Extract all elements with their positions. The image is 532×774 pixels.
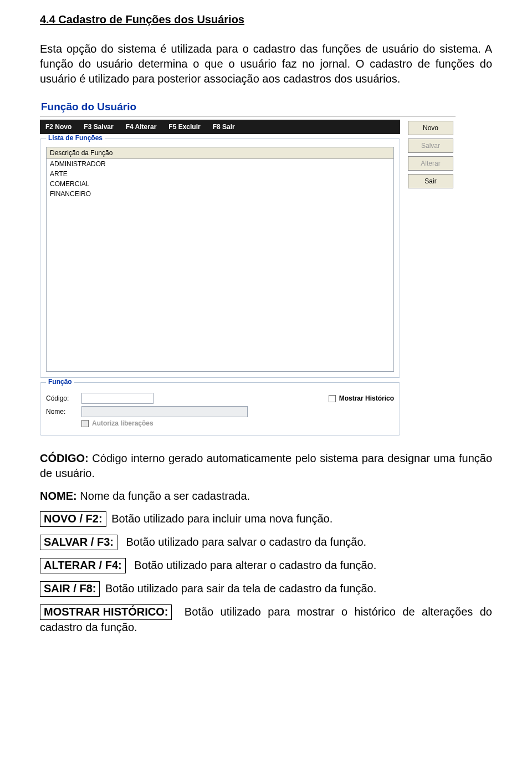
desc-mostrar-box: MOSTRAR HISTÓRICO: bbox=[40, 604, 172, 620]
mostrar-historico-label: Mostrar Histórico bbox=[339, 394, 394, 402]
checkbox-icon[interactable] bbox=[329, 395, 336, 402]
desc-codigo: CÓDIGO: Código interno gerado automatica… bbox=[40, 451, 492, 481]
desc-sair: SAIR / F8: Botão utilizado para sair da … bbox=[40, 581, 492, 597]
desc-salvar-box: SALVAR / F3: bbox=[40, 535, 117, 550]
desc-alterar: ALTERAR / F4: Botão utilizado para alter… bbox=[40, 558, 492, 573]
codigo-row: Código: Mostrar Histórico bbox=[46, 393, 394, 404]
sair-button[interactable]: Sair bbox=[408, 174, 453, 188]
descriptions: CÓDIGO: Código interno gerado automatica… bbox=[40, 451, 492, 635]
desc-nome-label: NOME: bbox=[40, 490, 77, 502]
checkbox-icon bbox=[81, 420, 89, 427]
nome-row: Nome: bbox=[46, 406, 394, 417]
desc-novo-box: NOVO / F2: bbox=[40, 511, 106, 527]
autoriza-row: Autoriza liberações bbox=[46, 419, 394, 427]
desc-salvar-text: Botão utilizado para salvar o cadastro d… bbox=[126, 536, 367, 548]
autoriza-label: Autoriza liberações bbox=[92, 419, 154, 427]
funcao-group: Função Código: Mostrar Histórico Nome: bbox=[40, 382, 400, 435]
shortcut-f8[interactable]: F8 Sair bbox=[213, 123, 235, 131]
app-window: Função do Usuário F2 Novo F3 Salvar F4 A… bbox=[40, 100, 456, 435]
salvar-button[interactable]: Salvar bbox=[408, 139, 453, 153]
desc-salvar: SALVAR / F3: Botão utilizado para salvar… bbox=[40, 535, 492, 550]
shortcut-f5[interactable]: F5 Excluir bbox=[168, 123, 200, 131]
desc-alterar-box: ALTERAR / F4: bbox=[40, 558, 126, 573]
list-item[interactable]: FINANCEIRO bbox=[47, 189, 393, 199]
mostrar-historico-row[interactable]: Mostrar Histórico bbox=[329, 394, 394, 402]
title-underline bbox=[40, 116, 456, 117]
funcoes-list-rows: ADMINISTRADOR ARTE COMERCIAL FINANCEIRO bbox=[47, 159, 393, 199]
shortcut-toolbar: F2 Novo F3 Salvar F4 Alterar F5 Excluir … bbox=[40, 120, 400, 134]
section-title: 4.4 Cadastro de Funções dos Usuários bbox=[40, 13, 492, 26]
desc-sair-box: SAIR / F8: bbox=[40, 581, 100, 597]
funcao-legend: Função bbox=[46, 378, 74, 386]
app-body: F2 Novo F3 Salvar F4 Alterar F5 Excluir … bbox=[40, 120, 456, 435]
left-column: F2 Novo F3 Salvar F4 Alterar F5 Excluir … bbox=[40, 120, 408, 435]
codigo-label: Código: bbox=[46, 394, 81, 402]
nome-label: Nome: bbox=[46, 408, 81, 416]
desc-alterar-text: Botão utilizado para alterar o cadastro … bbox=[134, 559, 376, 571]
shortcut-f4[interactable]: F4 Alterar bbox=[126, 123, 157, 131]
desc-mostrar: MOSTRAR HISTÓRICO: Botão utilizado para … bbox=[40, 604, 492, 635]
desc-codigo-text: Código interno gerado automaticamente pe… bbox=[40, 452, 492, 479]
novo-button[interactable]: Novo bbox=[408, 121, 453, 135]
desc-nome: NOME: Nome da função a ser cadastrada. bbox=[40, 489, 492, 504]
list-item[interactable]: ARTE bbox=[47, 169, 393, 179]
desc-nome-text: Nome da função a ser cadastrada. bbox=[80, 490, 250, 502]
list-item[interactable]: ADMINISTRADOR bbox=[47, 159, 393, 169]
codigo-input[interactable] bbox=[81, 393, 154, 404]
desc-codigo-label: CÓDIGO: bbox=[40, 452, 89, 464]
app-window-title: Função do Usuário bbox=[40, 100, 456, 116]
desc-novo-text: Botão utilizado para incluir uma nova fu… bbox=[111, 512, 332, 525]
shortcut-f2[interactable]: F2 Novo bbox=[45, 123, 71, 131]
nome-input[interactable] bbox=[81, 406, 248, 417]
funcoes-list-header: Descrição da Função bbox=[47, 147, 393, 159]
alterar-button[interactable]: Alterar bbox=[408, 156, 453, 171]
desc-sair-text: Botão utilizado para sair da tela de cad… bbox=[105, 582, 376, 594]
funcoes-listbox[interactable]: Descrição da Função ADMINISTRADOR ARTE C… bbox=[46, 147, 394, 372]
right-button-column: Novo Salvar Alterar Sair bbox=[408, 120, 456, 188]
autoriza-liberacoes-row: Autoriza liberações bbox=[81, 419, 154, 427]
intro-paragraph: Esta opção do sistema é utilizada para o… bbox=[40, 42, 492, 86]
list-item[interactable]: COMERCIAL bbox=[47, 179, 393, 189]
shortcut-f3[interactable]: F3 Salvar bbox=[84, 123, 113, 131]
lista-funcoes-legend: Lista de Funções bbox=[46, 134, 105, 142]
desc-novo: NOVO / F2: Botão utilizado para incluir … bbox=[40, 511, 492, 527]
lista-funcoes-group: Lista de Funções Descrição da Função ADM… bbox=[40, 139, 400, 378]
